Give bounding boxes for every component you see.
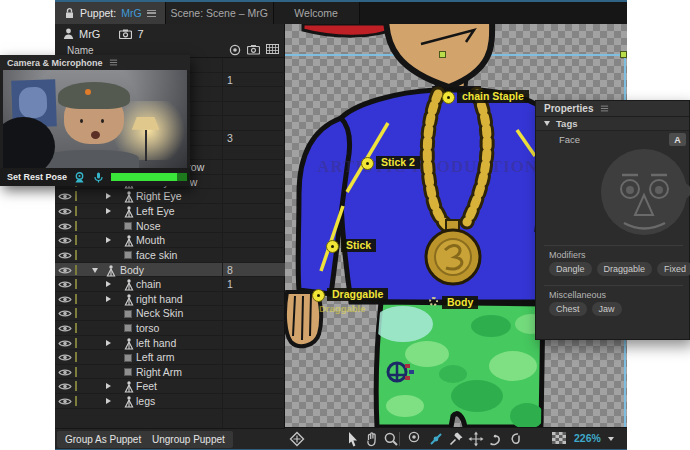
expand-arrow-icon[interactable] (106, 281, 111, 287)
handle-pin-stick[interactable] (326, 240, 339, 253)
visibility-eye-icon[interactable] (58, 295, 72, 304)
tree-row-label: chain (136, 278, 161, 290)
selection-handle-top[interactable] (439, 51, 446, 58)
visibility-eye-icon[interactable] (58, 382, 72, 391)
webcam-icon[interactable] (73, 172, 86, 183)
properties-title: Properties (544, 103, 593, 114)
tree-row-torso[interactable]: torso (55, 321, 285, 336)
tree-row-label: Body (120, 264, 144, 276)
dangle-tool-icon[interactable] (507, 431, 523, 447)
visibility-eye-icon[interactable] (58, 266, 72, 275)
visibility-eye-icon[interactable] (58, 309, 72, 318)
tree-row-chain[interactable]: chain1 (55, 277, 285, 292)
tree-row-right-eye[interactable]: Right Eye (55, 189, 285, 204)
visibility-eye-icon[interactable] (58, 192, 72, 201)
mesh-icon (124, 368, 132, 376)
tree-row-feet[interactable]: Feet (55, 379, 285, 394)
tab-welcome[interactable]: Welcome (274, 2, 360, 24)
tags-section-header[interactable]: Tags (536, 117, 689, 131)
tree-row-right-arm[interactable]: Right Arm (55, 365, 285, 380)
handle-pin-draggable[interactable] (312, 289, 325, 302)
tab-scene[interactable]: Scene: Scene – MrG (166, 2, 274, 24)
stick-tool-icon[interactable] (428, 431, 444, 447)
visibility-eye-icon[interactable] (58, 339, 72, 348)
modifier-tag-draggable[interactable]: Draggable (597, 262, 653, 276)
zoom-level-value[interactable]: 226% (574, 432, 601, 444)
child-count: 8 (227, 264, 251, 276)
checker-swatch-icon[interactable] (551, 431, 567, 447)
user-eye (80, 119, 83, 123)
panel-menu-icon[interactable] (109, 60, 116, 66)
body-origin-icon[interactable] (429, 297, 438, 306)
visibility-eye-icon[interactable] (58, 397, 72, 406)
drag-tool-icon[interactable] (468, 431, 484, 447)
handle-label-chain-staple[interactable]: chain Staple (457, 90, 529, 103)
hand-icon[interactable] (364, 431, 380, 447)
expand-arrow-icon[interactable] (106, 193, 111, 199)
visibility-eye-icon[interactable] (58, 236, 72, 245)
tab-puppet-name: MrG (121, 7, 141, 19)
camera-icon[interactable] (247, 44, 260, 56)
mesh-icon (124, 251, 132, 259)
visibility-eye-icon[interactable] (58, 251, 72, 260)
modifier-tag-dangle[interactable]: Dangle (549, 262, 592, 276)
tab-puppet[interactable]: Puppet: MrG (55, 2, 166, 24)
tree-row-left-hand[interactable]: left hand (55, 336, 285, 351)
group-as-puppet-button[interactable]: Group As Puppet (57, 431, 149, 448)
tree-row-face-skin[interactable]: face skin (55, 248, 285, 263)
misc-tag-jaw[interactable]: Jaw (592, 302, 622, 316)
visibility-eye-icon[interactable] (58, 324, 72, 333)
armed-indicator (75, 308, 77, 318)
tree-row-nose[interactable]: Nose (55, 219, 285, 234)
visibility-eye-icon[interactable] (58, 280, 72, 289)
tree-row-neck-skin[interactable]: Neck Skin (55, 306, 285, 321)
handle-label-body[interactable]: Body (442, 296, 478, 309)
expand-arrow-icon[interactable] (106, 296, 111, 302)
panel-menu-icon[interactable] (601, 106, 608, 112)
tree-row-label: Neck Skin (136, 307, 183, 319)
grid-icon[interactable] (266, 44, 279, 56)
visibility-eye-icon[interactable] (58, 353, 72, 362)
tree-row-right-hand[interactable]: right hand (55, 292, 285, 307)
cursor-icon[interactable] (345, 431, 361, 447)
record-dot-icon[interactable] (408, 431, 424, 447)
tree-row-left-arm[interactable]: Left arm (55, 350, 285, 365)
expand-arrow-icon[interactable] (106, 398, 111, 404)
set-rest-pose-button[interactable]: Set Rest Pose (7, 172, 67, 182)
audio-level-tail (177, 173, 187, 181)
panel-menu-icon[interactable] (147, 10, 156, 17)
expand-arrow-icon[interactable] (92, 268, 98, 273)
expand-arrow-icon[interactable] (106, 208, 111, 214)
handle-label-draggable[interactable]: Draggable (327, 288, 388, 301)
face-label: Face (559, 134, 580, 145)
handle-label-stick[interactable]: Stick (341, 239, 376, 252)
tree-row-label: Feet (136, 380, 157, 392)
tree-row-body[interactable]: Body8 (55, 263, 285, 278)
misc-tag-chest[interactable]: Chest (549, 302, 587, 316)
tree-row-mouth[interactable]: Mouth (55, 233, 285, 248)
selection-handle-corner[interactable] (620, 51, 627, 58)
microphone-icon[interactable] (92, 172, 105, 183)
canvas-toolbar: 226% (285, 427, 627, 449)
tree-row-left-eye[interactable]: Left Eye (55, 204, 285, 219)
zoom-lens-icon[interactable] (383, 431, 399, 447)
pin-tool-icon[interactable] (448, 431, 464, 447)
expand-arrow-icon[interactable] (106, 340, 111, 346)
transform-icon[interactable] (289, 431, 305, 447)
expand-arrow-icon[interactable] (106, 383, 111, 389)
expand-arrow-icon[interactable] (106, 237, 111, 243)
ungroup-puppet-button[interactable]: Ungroup Puppet (144, 431, 233, 448)
face-trigger-badge[interactable]: A (669, 133, 686, 146)
modifier-tag-fixed[interactable]: Fixed (657, 262, 690, 276)
zoom-caret-icon[interactable] (608, 437, 614, 441)
visibility-eye-icon[interactable] (58, 222, 72, 231)
handle-pin-chain-staple[interactable] (442, 91, 455, 104)
tab-scene-label: Scene: Scene – MrG (170, 7, 267, 19)
hook-tool-icon[interactable] (488, 431, 504, 447)
tree-row-legs[interactable]: legs (55, 394, 285, 409)
visibility-eye-icon[interactable] (58, 207, 72, 216)
visibility-eye-icon[interactable] (58, 368, 72, 377)
handle-label-stick2[interactable]: Stick 2 (376, 156, 420, 169)
record-dot-icon[interactable] (229, 44, 241, 56)
handle-pin-stick2[interactable] (361, 157, 374, 170)
